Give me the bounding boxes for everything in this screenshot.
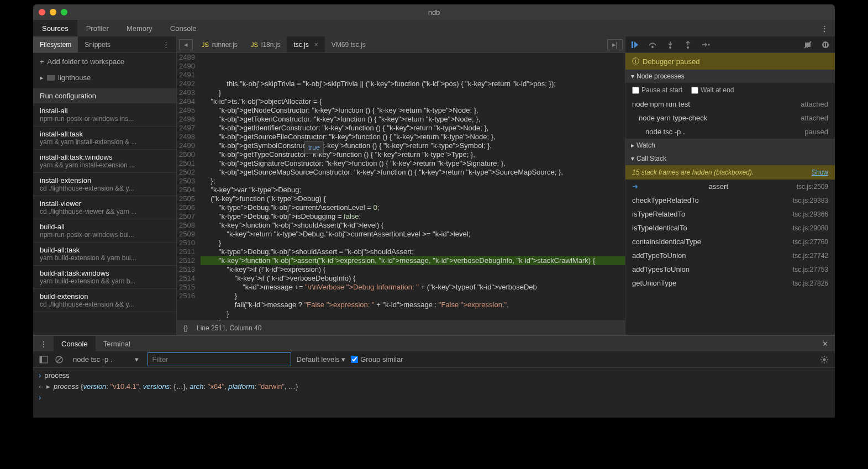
tab-console[interactable]: Console: [161, 20, 206, 36]
stack-frame[interactable]: addTypesToUniontsc.js:27753: [625, 262, 835, 276]
stack-frame[interactable]: getUnionTypetsc.js:27826: [625, 276, 835, 290]
center-panel: ◂ JSrunner.jsJSi18n.jstsc.js×VM69 tsc.js…: [177, 36, 625, 335]
sub-tab-filesystem[interactable]: Filesystem: [33, 36, 78, 52]
tab-sources[interactable]: Sources: [33, 20, 77, 36]
svg-point-1: [651, 46, 654, 48]
run-item[interactable]: install-all:taskyarn & yarn install-exte…: [33, 127, 176, 150]
code-line: "k-obj">getTypeConstructor: "k-key">func…: [201, 150, 625, 159]
stack-frame[interactable]: isTypeIdenticalTotsc.js:29080: [625, 221, 835, 235]
console-filter-input[interactable]: [148, 352, 291, 366]
watch-header[interactable]: ▸ Watch: [625, 139, 835, 152]
sub-tab-snippets[interactable]: Snippets: [78, 36, 117, 52]
code-line: "k-key">return "k-type">Debug."k-obj">cu…: [201, 230, 625, 239]
svg-line-12: [57, 357, 61, 362]
console-output-text: process {version: "v10.4.1", versions: {…: [54, 381, 298, 392]
main-menu-icon[interactable]: ⋮: [814, 24, 835, 33]
code-line: "k-key">if ("k-id">verboseDebugInfo) {: [201, 274, 625, 283]
frame-function: containsIdenticalType: [632, 238, 701, 246]
stack-frame[interactable]: asserttsc.js:2509: [625, 180, 835, 193]
run-item[interactable]: install-extensioncd ./lighthouse-extensi…: [33, 173, 176, 196]
add-folder-button[interactable]: + Add folder to workspace: [33, 53, 176, 70]
console-sidebar-toggle[interactable]: [39, 355, 49, 365]
window-title: ndb: [428, 8, 440, 17]
clear-console-icon[interactable]: [54, 355, 64, 365]
tab-memory[interactable]: Memory: [118, 20, 161, 36]
code-line: "k-obj">getIdentifierConstructor: "k-key…: [201, 124, 625, 133]
debugger-panel: ⓘ Debugger paused ▾ Node processes Pause…: [625, 36, 835, 335]
tree-item-lighthouse[interactable]: ▸ lighthouse: [33, 70, 176, 85]
console-context-select[interactable]: node tsc -p .▾: [70, 355, 142, 363]
minimize-window-button[interactable]: [50, 9, 56, 15]
log-levels-select[interactable]: Default levels ▾: [297, 355, 346, 363]
editor-tab[interactable]: VM69 tsc.js: [325, 36, 372, 52]
call-stack-header[interactable]: ▾ Call Stack: [625, 152, 835, 165]
editor-tab[interactable]: JSrunner.js: [195, 36, 244, 52]
run-item[interactable]: build-allnpm-run-posix-or-windows bui...: [33, 219, 176, 243]
chevron-down-icon: ▾: [341, 355, 345, 363]
debugger-paused-banner: ⓘ Debugger paused: [625, 53, 835, 70]
run-item-desc: npm-run-posix-or-windows bui...: [40, 231, 170, 239]
run-item-name: install-viewer: [40, 199, 170, 208]
drawer-menu-icon[interactable]: ⋮: [33, 340, 54, 348]
process-row[interactable]: node yarn type-checkattached: [625, 111, 835, 125]
code-editor[interactable]: 2489249024912492249324942495249624972498…: [177, 53, 625, 320]
run-item[interactable]: install-allnpm-run-posix-or-windows ins.…: [33, 103, 176, 127]
svg-rect-10: [40, 356, 42, 363]
stack-frame[interactable]: addTypeToUniontsc.js:27742: [625, 249, 835, 262]
process-name: node npm run test: [632, 100, 690, 108]
close-tab-icon[interactable]: ×: [314, 41, 318, 49]
frame-location: tsc.js:27826: [793, 280, 828, 287]
svg-rect-8: [826, 43, 827, 46]
left-panel-menu-icon[interactable]: ⋮: [156, 40, 176, 49]
frame-location: tsc.js:27753: [793, 266, 828, 273]
step-button[interactable]: [701, 40, 711, 50]
titlebar: ndb: [33, 4, 835, 20]
blackbox-show-link[interactable]: Show: [812, 168, 828, 176]
cursor-position: Line 2511, Column 40: [197, 324, 261, 332]
step-out-button[interactable]: [683, 40, 693, 50]
run-item[interactable]: install-viewercd ./lighthouse-viewer && …: [33, 196, 176, 219]
frame-function: checkTypeRelatedTo: [632, 196, 699, 204]
deactivate-breakpoints-button[interactable]: [803, 40, 813, 50]
console-settings-icon[interactable]: [819, 355, 829, 365]
code-line: "k-type">Debug."k-obj">shouldAssert = "k…: [201, 247, 625, 256]
editor-tab[interactable]: JSi18n.js: [244, 36, 287, 52]
run-item[interactable]: build-all:taskyarn build-extension & yar…: [33, 243, 176, 266]
drawer-close-icon[interactable]: ✕: [816, 340, 835, 348]
drawer-tab-console[interactable]: Console: [54, 336, 96, 351]
left-panel: Filesystem Snippets ⋮ + Add folder to wo…: [33, 36, 177, 335]
resume-button[interactable]: [630, 40, 640, 50]
drawer-tab-terminal[interactable]: Terminal: [96, 336, 138, 351]
pause-at-start-checkbox[interactable]: Pause at start: [632, 86, 682, 94]
stack-frame[interactable]: checkTypeRelatedTotsc.js:29383: [625, 193, 835, 207]
console-output[interactable]: › process ‹· ▸ process {version: "v10.4.…: [33, 368, 835, 418]
svg-point-2: [669, 46, 671, 49]
nav-forward-icon[interactable]: ▸|: [607, 39, 623, 50]
frame-location: tsc.js:29383: [793, 197, 828, 204]
maximize-window-button[interactable]: [61, 9, 67, 15]
stack-frame[interactable]: containsIdenticalTypetsc.js:27760: [625, 235, 835, 249]
pause-on-exceptions-button[interactable]: [820, 40, 830, 50]
node-processes-header[interactable]: ▾ Node processes: [625, 70, 835, 83]
nav-back-icon[interactable]: ◂: [179, 39, 193, 50]
process-status: attached: [801, 100, 828, 108]
wait-at-end-checkbox[interactable]: Wait at end: [691, 86, 734, 94]
code-line: "k-id">ts."k-obj">objectAllocator = {: [201, 97, 625, 106]
editor-tab[interactable]: tsc.js×: [287, 36, 324, 52]
process-row[interactable]: node tsc -p .paused: [625, 125, 835, 139]
group-similar-checkbox[interactable]: Group similar: [351, 355, 403, 363]
chevron-down-icon: ▾: [135, 355, 139, 363]
tab-profiler[interactable]: Profiler: [77, 20, 118, 36]
expand-icon[interactable]: ▸: [46, 381, 50, 392]
process-row[interactable]: node npm run testattached: [625, 97, 835, 111]
run-item[interactable]: build-all:task:windowsyarn build-extensi…: [33, 266, 176, 289]
step-into-button[interactable]: [665, 40, 675, 50]
paused-label: Debugger paused: [643, 57, 699, 66]
console-input-text: process: [44, 370, 70, 381]
run-item[interactable]: install-all:task:windowsyarn && yarn ins…: [33, 150, 176, 173]
stack-frame[interactable]: isTypeRelatedTotsc.js:29366: [625, 207, 835, 221]
run-item[interactable]: build-extensioncd ./lighthouse-extension…: [33, 289, 176, 312]
step-over-button[interactable]: [648, 40, 657, 50]
close-window-button[interactable]: [39, 9, 45, 15]
format-braces-icon[interactable]: {}: [183, 324, 188, 332]
